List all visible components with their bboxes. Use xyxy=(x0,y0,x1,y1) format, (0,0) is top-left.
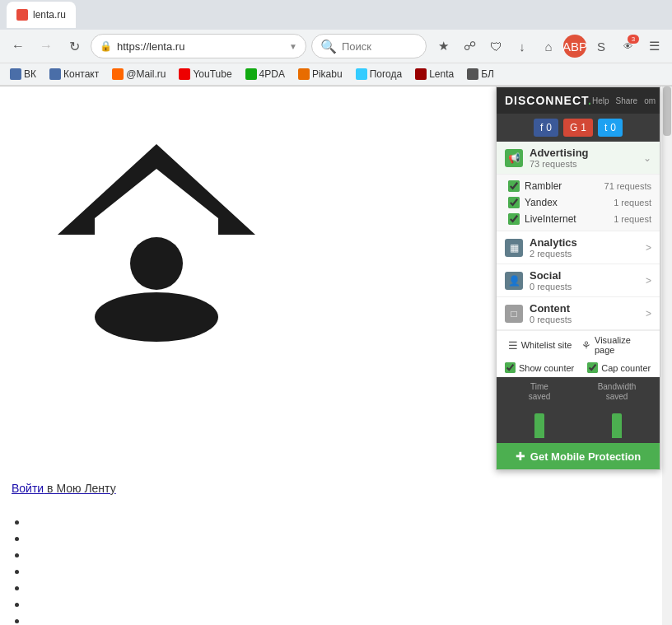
bookmark-bl[interactable]: БЛ xyxy=(464,67,497,82)
bookmark-4pda[interactable]: 4PDA xyxy=(242,67,288,82)
svg-point-1 xyxy=(130,237,183,290)
advertising-chevron: ⌄ xyxy=(643,152,651,164)
reader-button[interactable]: ☍ xyxy=(458,35,481,58)
mobile-protection-button[interactable]: ✚ Get Mobile Protection xyxy=(497,443,660,469)
disconnect-button[interactable]: 👁 3 xyxy=(616,35,639,58)
person-silhouette xyxy=(49,128,264,342)
search-input[interactable] xyxy=(342,40,424,53)
liveinternet-count: 1 request xyxy=(614,214,651,224)
cap-counter-label[interactable]: Cap counter xyxy=(587,362,651,373)
content-info: Content 0 requests xyxy=(530,302,646,324)
facebook-share-button[interactable]: f 0 xyxy=(534,119,558,137)
bookmark-weather[interactable]: Погода xyxy=(352,67,406,82)
bookmark-star-button[interactable]: ★ xyxy=(432,35,455,58)
om-link[interactable]: om xyxy=(644,96,656,105)
twitter-count: 0 xyxy=(610,122,616,133)
home-button[interactable]: ⌂ xyxy=(537,35,560,58)
whitelist-site-button[interactable]: ☰ Whitelist site xyxy=(505,339,575,352)
bandwidth-saved-bar xyxy=(612,413,622,438)
content-requests: 0 requests xyxy=(530,315,646,324)
liveinternet-checkbox[interactable] xyxy=(508,213,520,225)
content-icon: □ xyxy=(505,305,523,323)
forward-button[interactable]: → xyxy=(35,35,58,58)
disconnect-badge: 3 xyxy=(628,35,639,44)
content-chevron: > xyxy=(646,308,651,319)
search-bar[interactable]: 🔍 xyxy=(311,34,427,58)
stats-bar: Timesaved Bandwidthsaved xyxy=(497,377,660,443)
social-info: Social 0 requests xyxy=(530,269,646,292)
browser-chrome: lenta.ru ← → ↻ 🔒 https://lenta.ru ▼ 🔍 ★ … xyxy=(0,0,672,86)
sub-item-rambler: Rambler 71 requests xyxy=(497,178,660,194)
social-share-row: f 0 G 1 t 0 xyxy=(497,114,660,142)
bookmarks-bar: ВК Контакт @Mail.ru YouTube 4PDA Pikabu … xyxy=(0,63,672,86)
analytics-name: Analytics xyxy=(530,236,646,249)
login-link[interactable]: Войти в Мою Ленту xyxy=(12,482,116,495)
analytics-icon: ▦ xyxy=(505,239,523,257)
search-icon: 🔍 xyxy=(320,39,337,54)
social-icon: 👤 xyxy=(505,272,523,290)
toolbar-icons: ★ ☍ 🛡 ↓ ⌂ ABP S 👁 3 ☰ xyxy=(432,35,665,58)
visualize-label: Visualize page xyxy=(595,335,651,355)
bookmark-youtube[interactable]: YouTube xyxy=(175,67,235,82)
advertising-requests: 73 requests xyxy=(530,159,643,169)
advertising-info: Advertising 73 requests xyxy=(530,147,643,169)
disconnect-popup: DISCONNECT. Help Share om f 0 G 1 t 0 xyxy=(496,86,660,470)
analytics-chevron: > xyxy=(646,242,651,254)
show-counter-checkbox[interactable] xyxy=(505,362,516,373)
googleplus-share-button[interactable]: G 1 xyxy=(563,119,593,137)
active-tab[interactable]: lenta.ru xyxy=(7,2,76,28)
yandex-count: 1 request xyxy=(614,198,651,208)
page-content: Войти в Мою Ленту DISCONNECT. Help Share… xyxy=(0,86,672,625)
bookmark-kontakt[interactable]: Контакт xyxy=(46,67,102,82)
help-link[interactable]: Help xyxy=(592,96,609,105)
category-advertising[interactable]: 📢 Advertising 73 requests ⌄ xyxy=(497,142,660,175)
scrollbar[interactable] xyxy=(662,86,672,625)
refresh-button[interactable]: ↻ xyxy=(63,35,86,58)
analytics-requests: 2 requests xyxy=(530,249,646,259)
back-button[interactable]: ← xyxy=(7,35,30,58)
time-saved-bar xyxy=(534,413,544,438)
cap-counter-checkbox[interactable] xyxy=(587,362,598,373)
toolbar: ← → ↻ 🔒 https://lenta.ru ▼ 🔍 ★ ☍ 🛡 ↓ ⌂ A… xyxy=(0,30,672,63)
whitelist-label: Whitelist site xyxy=(521,340,572,350)
browser-action-1[interactable]: S xyxy=(590,35,613,58)
abp-button[interactable]: ABP xyxy=(563,35,586,58)
download-button[interactable]: ↓ xyxy=(511,35,534,58)
content-name: Content xyxy=(530,302,646,315)
yandex-checkbox[interactable] xyxy=(508,197,520,208)
cap-counter-text: Cap counter xyxy=(601,363,651,373)
rambler-count: 71 requests xyxy=(604,181,651,191)
bookmark-mailru[interactable]: @Mail.ru xyxy=(109,67,169,82)
advertising-sub-items: Rambler 71 requests Yandex 1 request Liv… xyxy=(497,175,660,231)
address-bar[interactable]: 🔒 https://lenta.ru ▼ xyxy=(91,34,306,58)
mobile-protection-text: Get Mobile Protection xyxy=(530,450,641,463)
twitter-share-button[interactable]: t 0 xyxy=(598,119,623,137)
sub-item-yandex: Yandex 1 request xyxy=(497,194,660,211)
rambler-checkbox[interactable] xyxy=(508,180,520,192)
advertising-icon: 📢 xyxy=(505,149,523,167)
shield-icon: ✚ xyxy=(516,450,525,463)
bookmark-pikabu[interactable]: Pikabu xyxy=(295,67,346,82)
bandwidth-saved-stat: Bandwidthsaved xyxy=(582,382,651,438)
shield-button[interactable]: 🛡 xyxy=(484,35,507,58)
tab-bar: lenta.ru xyxy=(0,0,672,30)
category-content[interactable]: □ Content 0 requests > xyxy=(497,297,660,330)
bookmark-vk[interactable]: ВК xyxy=(7,67,40,82)
time-saved-stat: Timesaved xyxy=(505,382,574,438)
share-link[interactable]: Share xyxy=(615,96,637,105)
visualize-page-button[interactable]: ⚘ Visualize page xyxy=(581,335,651,355)
category-social[interactable]: 👤 Social 0 requests > xyxy=(497,264,660,297)
address-dropdown-icon[interactable]: ▼ xyxy=(289,42,297,51)
category-analytics[interactable]: ▦ Analytics 2 requests > xyxy=(497,231,660,264)
tab-title: lenta.ru xyxy=(33,9,66,21)
disconnect-header: DISCONNECT. Help Share om xyxy=(497,87,660,114)
menu-button[interactable]: ☰ xyxy=(642,35,665,58)
yandex-name: Yandex xyxy=(525,197,614,208)
scrollbar-thumb[interactable] xyxy=(663,86,671,136)
liveinternet-name: LiveInternet xyxy=(525,213,614,225)
disconnect-header-links: Help Share om xyxy=(592,96,656,105)
show-counter-label[interactable]: Show counter xyxy=(505,362,574,373)
bandwidth-saved-label: Bandwidthsaved xyxy=(582,382,651,402)
login-action[interactable]: Войти xyxy=(12,482,44,495)
bookmark-lenta[interactable]: Lenta xyxy=(412,67,457,82)
